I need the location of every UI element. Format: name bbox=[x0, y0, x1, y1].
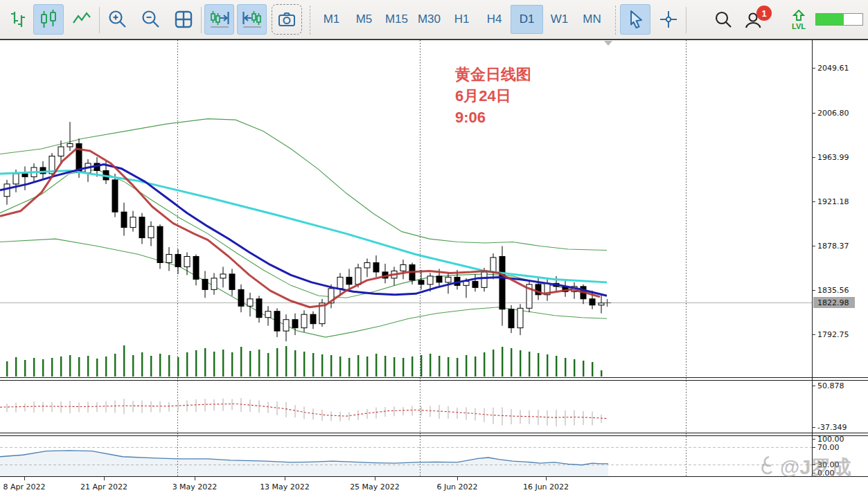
line-chart-button[interactable] bbox=[67, 4, 97, 35]
lvl-button[interactable]: LVL bbox=[786, 6, 811, 35]
volume-bar bbox=[294, 350, 296, 377]
price-axis-label: 1878.37 bbox=[817, 242, 849, 251]
chart-annotation: 黄金日线图 6月24日 9:06 bbox=[455, 64, 531, 128]
price-axis-label: 2049.61 bbox=[817, 64, 849, 73]
volume-bar bbox=[69, 355, 71, 377]
timeframe-button-w1[interactable]: W1 bbox=[543, 5, 576, 34]
volume-bar bbox=[529, 352, 530, 377]
volume-bar bbox=[105, 356, 107, 377]
volume-bar bbox=[60, 356, 62, 377]
ma-medium-line bbox=[0, 164, 607, 296]
volume-bar bbox=[330, 355, 332, 377]
candle-bearish bbox=[22, 174, 28, 177]
cursor-button[interactable] bbox=[620, 4, 650, 35]
candle-bullish bbox=[58, 147, 64, 156]
volume-bar bbox=[375, 354, 377, 377]
volume-bar bbox=[556, 356, 557, 377]
volume-bar bbox=[186, 352, 188, 377]
shift-back-icon bbox=[241, 8, 263, 30]
timeframe-button-mn[interactable]: MN bbox=[576, 5, 608, 34]
shift-chart-back-button[interactable] bbox=[237, 4, 267, 35]
price-axis-label: 1835.56 bbox=[817, 286, 849, 295]
volume-bar bbox=[303, 352, 305, 377]
volume-bar bbox=[484, 352, 485, 377]
candle-bearish bbox=[508, 309, 514, 328]
volume-bar bbox=[420, 355, 422, 377]
volume-bar bbox=[42, 359, 44, 377]
volume-bar bbox=[222, 350, 224, 377]
timeframe-button-m30[interactable]: M30 bbox=[413, 5, 445, 34]
tile-windows-button[interactable] bbox=[168, 4, 199, 35]
timeframe-button-m5[interactable]: M5 bbox=[348, 5, 380, 34]
candle-bullish bbox=[490, 257, 496, 272]
screenshot-button[interactable] bbox=[272, 4, 302, 35]
notification-badge[interactable]: 1 bbox=[756, 6, 772, 21]
price-axis-label: 70.00 bbox=[817, 443, 840, 452]
margin-level-bar bbox=[815, 13, 863, 26]
chart-shift-marker[interactable] bbox=[604, 41, 612, 46]
date-axis-label: 3 May 2022 bbox=[172, 482, 218, 491]
candle-bullish bbox=[148, 226, 154, 237]
candle-bullish bbox=[211, 278, 217, 289]
volume-bar bbox=[565, 358, 566, 377]
volume-bar bbox=[502, 347, 503, 377]
volume-bar bbox=[195, 350, 197, 377]
candle-bearish bbox=[274, 311, 280, 331]
candle-bearish bbox=[472, 281, 478, 287]
volume-bar bbox=[51, 358, 53, 377]
volume-bar bbox=[141, 352, 143, 377]
timeframe-button-h1[interactable]: H1 bbox=[445, 5, 478, 34]
timeframe-button-h4[interactable]: H4 bbox=[478, 5, 511, 34]
candle-bearish bbox=[202, 279, 208, 289]
volume-bar bbox=[511, 348, 512, 377]
timeframe-button-d1[interactable]: D1 bbox=[511, 5, 543, 34]
candle-bullish bbox=[400, 264, 406, 271]
volume-bar bbox=[249, 351, 251, 377]
price-axis-label: 1921.18 bbox=[817, 197, 849, 206]
candle-bearish bbox=[175, 255, 181, 267]
volume-bar bbox=[6, 361, 8, 377]
volume-bar bbox=[520, 350, 521, 377]
volume-bar bbox=[132, 355, 134, 377]
price-axis-label: 50.878 bbox=[817, 381, 844, 390]
volume-bar bbox=[231, 352, 233, 377]
line-chart-icon bbox=[71, 8, 93, 30]
volume-bar bbox=[402, 358, 404, 377]
candle-bearish bbox=[238, 289, 244, 306]
volume-bar bbox=[213, 352, 215, 377]
candle-bearish bbox=[310, 314, 316, 323]
search-button[interactable] bbox=[708, 4, 738, 35]
volume-bar bbox=[538, 353, 539, 377]
chart-canvas[interactable]: 2049.612006.801963.991921.181878.371835.… bbox=[0, 39, 868, 497]
zoom-out-button[interactable] bbox=[136, 4, 166, 35]
oscillator-signal-line bbox=[0, 404, 607, 418]
date-axis-label: 16 Jun 2022 bbox=[523, 482, 569, 491]
camera-icon bbox=[276, 8, 298, 30]
bar-chart-button[interactable] bbox=[3, 4, 33, 35]
crosshair-button[interactable] bbox=[653, 4, 684, 35]
candle-bullish bbox=[283, 320, 289, 331]
timeframe-button-m1[interactable]: M1 bbox=[315, 5, 348, 34]
volume-bar bbox=[601, 370, 602, 377]
candlestick-chart-button[interactable] bbox=[33, 4, 64, 35]
candle-bullish bbox=[337, 277, 343, 288]
volume-bar bbox=[114, 354, 116, 377]
candle-bearish bbox=[139, 217, 145, 238]
volume-bar bbox=[33, 358, 35, 377]
candle-bullish bbox=[130, 217, 136, 228]
shift-chart-end-button[interactable] bbox=[204, 4, 234, 35]
timeframe-button-m15[interactable]: M15 bbox=[380, 5, 413, 34]
zoom-in-button[interactable] bbox=[103, 4, 133, 35]
volume-bar bbox=[321, 354, 323, 377]
price-axis-label: 2006.80 bbox=[817, 109, 849, 118]
candle-bullish bbox=[247, 299, 253, 306]
candle-bullish bbox=[599, 303, 604, 305]
volume-bar bbox=[123, 345, 125, 377]
candle-bearish bbox=[256, 299, 262, 318]
date-axis[interactable]: 8 Apr 202221 Apr 20223 May 202213 May 20… bbox=[3, 477, 569, 491]
candle-bullish bbox=[517, 308, 523, 327]
volume-bar bbox=[448, 357, 449, 377]
candle-bullish bbox=[301, 314, 307, 327]
price-axis[interactable]: 2049.612006.801963.991921.181878.371835.… bbox=[813, 64, 855, 478]
candle-bearish bbox=[436, 276, 442, 282]
